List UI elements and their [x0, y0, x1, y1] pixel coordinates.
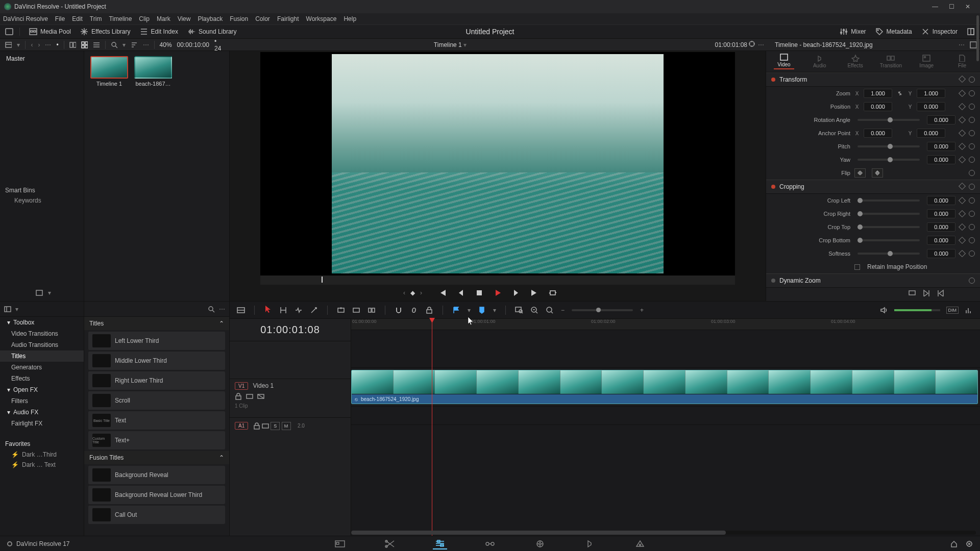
enable-dot-icon[interactable] [771, 185, 775, 189]
next-frame-button[interactable] [511, 288, 521, 297]
keyframe-icon[interactable] [959, 103, 966, 110]
tab-file[interactable]: File [944, 51, 980, 72]
trim-tool-icon[interactable] [279, 306, 287, 314]
keyframe-icon[interactable] [959, 210, 966, 217]
keyframe-icon[interactable] [959, 90, 966, 97]
mixer-toggle[interactable]: Mixer [840, 28, 866, 36]
chevron-down-icon[interactable]: ▾ [15, 306, 18, 313]
chevron-down-icon[interactable]: ▾ [48, 289, 51, 296]
prop-retain-image[interactable]: Retain Image Position [766, 260, 980, 273]
close-button[interactable]: ✕ [960, 3, 976, 10]
minimize-button[interactable]: — [927, 3, 943, 10]
crop-right-slider[interactable] [857, 213, 920, 215]
menu-edit[interactable]: Edit [72, 15, 83, 22]
chevron-down-icon[interactable]: ▾ [17, 41, 20, 48]
smartbin-keywords[interactable]: Keywords [5, 194, 79, 207]
tab-effects[interactable]: Effects [838, 51, 873, 72]
tree-fairlightfx[interactable]: Fairlight FX [0, 418, 84, 429]
reset-icon[interactable] [969, 278, 975, 284]
pos-y-field[interactable]: 0.000 [917, 102, 945, 111]
category-fusion-titles[interactable]: Fusion Titles⌃ [84, 451, 229, 464]
chevron-down-icon[interactable]: ▾ [468, 307, 471, 314]
page-color[interactable] [533, 538, 547, 549]
metadata-view-icon[interactable] [69, 41, 76, 48]
mute-icon[interactable] [880, 306, 888, 314]
keyframe-icon[interactable] [959, 237, 966, 244]
reset-icon[interactable] [969, 197, 975, 204]
prev-frame-button[interactable] [456, 288, 465, 297]
marker-icon[interactable] [478, 306, 486, 314]
tree-generators[interactable]: Generators [0, 362, 84, 373]
reset-icon[interactable] [969, 251, 975, 257]
tab-transition[interactable]: Transition [873, 51, 909, 72]
meters-icon[interactable] [965, 306, 973, 314]
tree-video-transitions[interactable]: Video Transitions [0, 328, 84, 339]
timeline-zoom-slider[interactable] [572, 309, 633, 311]
search-icon[interactable] [111, 41, 117, 48]
track-header-a1[interactable]: A1 S M 2.0 [230, 417, 351, 436]
link-icon[interactable] [896, 90, 903, 97]
clip-thumb-timeline1[interactable]: Timeline 1 [90, 56, 128, 87]
goto-out-icon[interactable] [937, 289, 944, 296]
video-track-1[interactable]: ⎋beach-1867524_1920.jpg [351, 368, 980, 407]
play-button[interactable] [493, 288, 502, 297]
chevron-down-icon[interactable]: ▾ [463, 41, 467, 48]
zoom-y-field[interactable]: 1.000 [917, 89, 945, 98]
full-inspector-icon[interactable] [967, 28, 975, 36]
dim-button[interactable]: DIM [946, 307, 959, 314]
reset-icon[interactable] [969, 104, 975, 110]
rotation-slider[interactable] [857, 119, 920, 121]
first-frame-button[interactable] [438, 288, 447, 297]
keyframe-icon[interactable] [959, 130, 966, 137]
single-viewer-icon[interactable] [909, 289, 916, 296]
next-nav-icon[interactable]: › [38, 41, 40, 48]
crop-left-slider[interactable] [857, 199, 920, 202]
reset-icon[interactable] [969, 184, 975, 190]
title-item[interactable]: Background Reveal Lower Third [88, 486, 225, 504]
anchor-y-field[interactable]: 0.000 [917, 129, 945, 138]
tree-toolbox[interactable]: ▾Toolbox [0, 317, 84, 328]
enable-dot-icon[interactable] [771, 279, 775, 283]
bin-view-icon[interactable] [5, 41, 12, 48]
crop-bottom-slider[interactable] [857, 239, 920, 241]
search-icon[interactable] [208, 306, 215, 313]
viewer-name[interactable]: Timeline 1 [434, 41, 462, 48]
chevron-down-icon[interactable]: ▾ [493, 307, 496, 314]
reset-icon[interactable] [969, 77, 975, 83]
page-fusion[interactable] [483, 538, 497, 549]
workspace-layout-icon[interactable] [5, 28, 13, 36]
yaw-field[interactable]: 0.000 [927, 155, 955, 164]
page-deliver[interactable] [633, 538, 647, 549]
lock-icon[interactable] [425, 306, 433, 314]
tab-audio[interactable]: Audio [802, 51, 838, 72]
reset-icon[interactable] [969, 130, 975, 136]
expand-inspector-icon[interactable] [970, 41, 977, 48]
insert-clip-icon[interactable] [337, 306, 345, 314]
detail-zoom-icon[interactable] [546, 306, 554, 314]
page-edit[interactable] [433, 538, 447, 549]
overwrite-clip-icon[interactable] [352, 306, 360, 314]
timeline-ruler[interactable]: 01:00:00:00 01:00:01:00 01:00:02:00 01:0… [351, 319, 980, 330]
reset-icon[interactable] [969, 211, 975, 217]
tree-openfx[interactable]: ▾Open FX [0, 384, 84, 395]
section-cropping[interactable]: Cropping [766, 180, 980, 194]
page-cut[interactable] [383, 538, 397, 549]
edit-index-toggle[interactable]: Edit Index [140, 28, 178, 36]
disable-video-icon[interactable] [257, 393, 264, 400]
crop-top-slider[interactable] [857, 226, 920, 228]
menu-clip[interactable]: Clip [139, 15, 150, 22]
flag-icon[interactable] [452, 306, 460, 314]
softness-field[interactable]: 0.000 [927, 249, 955, 258]
keyframe-icon[interactable] [959, 183, 966, 190]
tab-video[interactable]: Video [766, 51, 802, 72]
menu-file[interactable]: File [55, 15, 65, 22]
reset-icon[interactable] [969, 143, 975, 149]
title-item[interactable]: Scroll [88, 391, 225, 410]
playhead[interactable] [432, 319, 432, 536]
effects-library-toggle[interactable]: Effects Library [80, 28, 130, 36]
reset-icon[interactable] [969, 170, 975, 176]
zoom-in-icon[interactable]: + [640, 307, 644, 314]
viewer-timecode[interactable]: 01:00:01:08 [671, 41, 747, 48]
keyframe-icon[interactable] [959, 76, 966, 83]
title-item[interactable]: Background Reveal [88, 466, 225, 484]
